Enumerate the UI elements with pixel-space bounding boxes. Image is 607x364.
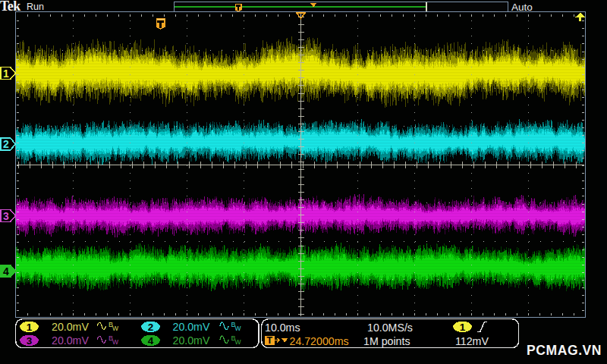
svg-text:PCMAG.VN: PCMAG.VN: [527, 343, 602, 358]
svg-text:2: 2: [148, 322, 154, 333]
svg-text:24.72000ms: 24.72000ms: [290, 335, 349, 347]
svg-text:20.0mV: 20.0mV: [173, 334, 210, 347]
svg-text:20.0mV: 20.0mV: [52, 334, 89, 347]
svg-text:3: 3: [27, 335, 33, 347]
svg-text:1: 1: [27, 322, 33, 333]
svg-text:1: 1: [3, 67, 9, 80]
svg-text:T: T: [266, 335, 272, 346]
svg-text:1M points: 1M points: [363, 335, 410, 347]
svg-text:W: W: [112, 338, 118, 346]
svg-text:20.0mV: 20.0mV: [52, 321, 89, 333]
svg-text:4: 4: [148, 335, 154, 347]
svg-text:Tek: Tek: [0, 0, 20, 14]
svg-text:112mV: 112mV: [455, 335, 489, 347]
svg-text:Auto: Auto: [511, 2, 533, 13]
svg-text:W: W: [235, 325, 241, 332]
svg-text:3: 3: [3, 210, 9, 222]
svg-text:10.0ms: 10.0ms: [265, 322, 300, 334]
svg-text:1: 1: [460, 322, 466, 333]
svg-text:W: W: [235, 338, 241, 346]
svg-text:20.0mV: 20.0mV: [173, 321, 210, 333]
svg-text:W: W: [112, 325, 118, 332]
svg-text:4: 4: [3, 265, 9, 278]
svg-text:Run: Run: [27, 2, 44, 12]
svg-text:10.0MS/s: 10.0MS/s: [367, 322, 413, 334]
svg-text:2: 2: [3, 138, 9, 150]
